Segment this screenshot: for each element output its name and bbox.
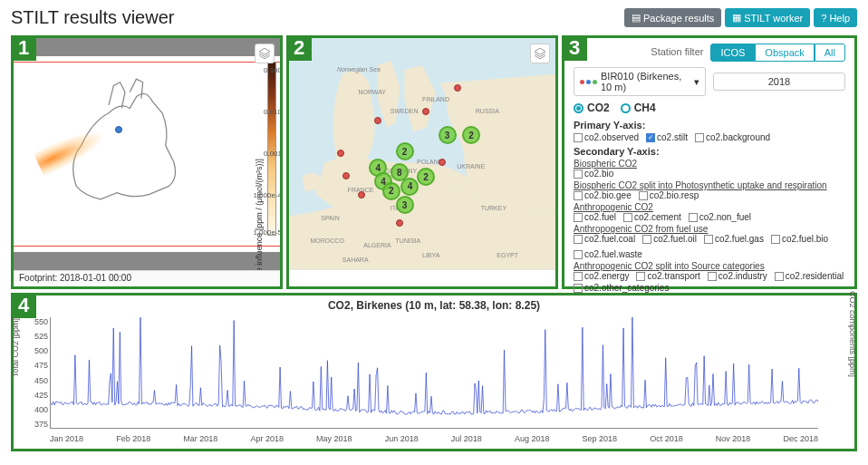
country-label: UKRAINE: [457, 163, 485, 170]
cb-residential[interactable]: co2.residential: [775, 271, 844, 281]
cb-label: co2.fuel.oil: [653, 234, 697, 244]
cb-label: co2.fuel.coal: [584, 234, 635, 244]
y-tick: 525: [30, 332, 48, 341]
x-tick: Aug 2018: [515, 434, 550, 443]
cb-fuel-waste[interactable]: co2.fuel.waste: [574, 249, 642, 259]
station-map-panel: 2 NORWAY SWEDEN FINLAND RUSSIA POLAND UK…: [286, 35, 558, 289]
package-results-button[interactable]: ▤ Package results: [624, 8, 721, 27]
cb-other[interactable]: co2.other_categories: [574, 283, 669, 293]
station-map[interactable]: NORWAY SWEDEN FINLAND RUSSIA POLAND UKRA…: [289, 38, 555, 270]
help-button[interactable]: ? Help: [814, 8, 857, 27]
cb-co2-background[interactable]: co2.background: [695, 132, 770, 142]
country-label: SPAIN: [321, 215, 340, 221]
chart-title: CO2, Birkenes (10 m, lat: 58.38, lon: 8.…: [14, 295, 854, 312]
cb-energy[interactable]: co2.energy: [574, 271, 629, 281]
layers-icon[interactable]: [530, 44, 550, 63]
x-tick: Jul 2018: [451, 434, 482, 443]
stilt-worker-label: STILT worker: [744, 13, 803, 24]
station-select[interactable]: BIR010 (Birkenes, 10 m) ▾: [574, 67, 706, 96]
filter-all-button[interactable]: All: [815, 44, 845, 62]
cb-bio-gee[interactable]: co2.bio.gee: [574, 190, 632, 200]
worker-icon: ▦: [732, 12, 741, 24]
station-filter-label: Station filter: [643, 44, 710, 62]
y-tick: 550: [30, 317, 48, 326]
archive-icon: ▤: [632, 12, 641, 24]
y-tick: 475: [30, 361, 48, 370]
footprint-timestamp: Footprint: 2018-01-01 00:00: [14, 270, 280, 285]
station-cluster[interactable]: 2: [382, 182, 400, 200]
cat-bio-split: Biospheric CO2 split into Photosynthetic…: [574, 180, 845, 190]
station-cluster[interactable]: 4: [400, 178, 419, 196]
cb-fuel-gas[interactable]: co2.fuel.gas: [704, 234, 764, 244]
cb-label: co2.observed: [584, 132, 639, 142]
cb-fuel-coal[interactable]: co2.fuel.coal: [574, 234, 635, 244]
cb-label: co2.stilt: [657, 132, 688, 142]
cb-co2-stilt[interactable]: co2.stilt: [646, 132, 688, 142]
cb-label: co2.background: [706, 132, 770, 142]
station-color-dots: [580, 80, 597, 84]
x-tick: Jan 2018: [50, 434, 83, 443]
primary-axis-label: Primary Y-axis:: [574, 120, 845, 131]
x-tick: May 2018: [316, 434, 352, 443]
gas-ch4-radio[interactable]: CH4: [621, 102, 656, 114]
package-results-label: Package results: [643, 13, 714, 24]
cat-biospheric: Biospheric CO2: [574, 159, 845, 169]
gas-co2-radio[interactable]: CO2: [574, 102, 610, 114]
station-cluster[interactable]: 3: [439, 126, 457, 144]
cb-label: co2.bio.resp: [650, 190, 699, 200]
x-tick: Sep 2018: [583, 434, 618, 443]
secondary-axis-label: Secondary Y-axis:: [574, 146, 845, 157]
cb-label: co2.fuel: [584, 212, 616, 222]
cb-label: co2.fuel.waste: [584, 249, 642, 259]
cb-label: co2.bio: [584, 169, 613, 179]
country-label: SWEDEN: [391, 108, 419, 114]
country-label: EGYPT: [497, 252, 518, 258]
filter-icos-button[interactable]: ICOS: [710, 44, 755, 62]
cb-fuel-bio[interactable]: co2.fuel.bio: [771, 234, 828, 244]
footprint-map[interactable]: 0.100 0.010 0.001 1.000e-4 1.000e-5 surf…: [14, 38, 280, 270]
layers-icon[interactable]: [255, 44, 275, 63]
colorbar-label: surface influence [ppm / (μmol/(m²s))]: [255, 159, 264, 270]
y-ticks: 550 525 500 475 450 425 400 375: [30, 317, 48, 429]
cat-fuel-use: Anthropogenic CO2 from fuel use: [574, 224, 845, 234]
gas-co2-label: CO2: [587, 102, 610, 114]
country-label: TURKEY: [481, 205, 506, 211]
cb-label: co2.bio.gee: [584, 190, 632, 200]
country-label: ALGERIA: [363, 242, 391, 248]
station-cluster[interactable]: 3: [396, 196, 414, 214]
station-marker: [115, 126, 122, 133]
cb-co2-bio[interactable]: co2.bio: [574, 169, 613, 179]
cb-bio-resp[interactable]: co2.bio.resp: [639, 190, 699, 200]
stilt-worker-button[interactable]: ▦ STILT worker: [725, 8, 810, 27]
header-buttons: ▤ Package results ▦ STILT worker ? Help: [624, 8, 857, 27]
cb-label: co2.energy: [584, 271, 629, 281]
y-tick: 450: [30, 376, 48, 385]
radio-icon: [574, 103, 583, 113]
cb-co2-observed[interactable]: co2.observed: [574, 132, 639, 142]
cb-cement[interactable]: co2.cement: [623, 212, 681, 222]
colorbar: [267, 62, 276, 236]
country-label: NORWAY: [358, 89, 386, 95]
country-label: LIBYA: [422, 252, 439, 258]
cat-anthro: Anthropogenic CO2: [574, 202, 845, 212]
cb-fuel[interactable]: co2.fuel: [574, 212, 616, 222]
cb-transport[interactable]: co2.transport: [636, 271, 699, 281]
year-select[interactable]: 2018: [713, 73, 845, 91]
cb-label: co2.industry: [719, 271, 767, 281]
x-tick: Nov 2018: [716, 434, 751, 443]
station-cluster[interactable]: 2: [396, 142, 414, 160]
station-marker[interactable]: [337, 150, 344, 157]
station-marker[interactable]: [439, 159, 446, 166]
timeseries-chart[interactable]: [50, 317, 818, 429]
y-tick: 400: [30, 405, 48, 414]
x-tick: Mar 2018: [183, 434, 217, 443]
station-marker[interactable]: [396, 219, 403, 227]
cb-industry[interactable]: co2.industry: [708, 271, 767, 281]
cb-fuel-oil[interactable]: co2.fuel.oil: [642, 234, 697, 244]
country-label: FINLAND: [422, 96, 449, 102]
station-marker[interactable]: [422, 108, 429, 115]
panel-number-2: 2: [286, 35, 312, 61]
timeseries-line: [51, 317, 818, 428]
cb-non-fuel[interactable]: co2.non_fuel: [689, 212, 751, 222]
filter-obspack-button[interactable]: Obspack: [755, 44, 814, 62]
